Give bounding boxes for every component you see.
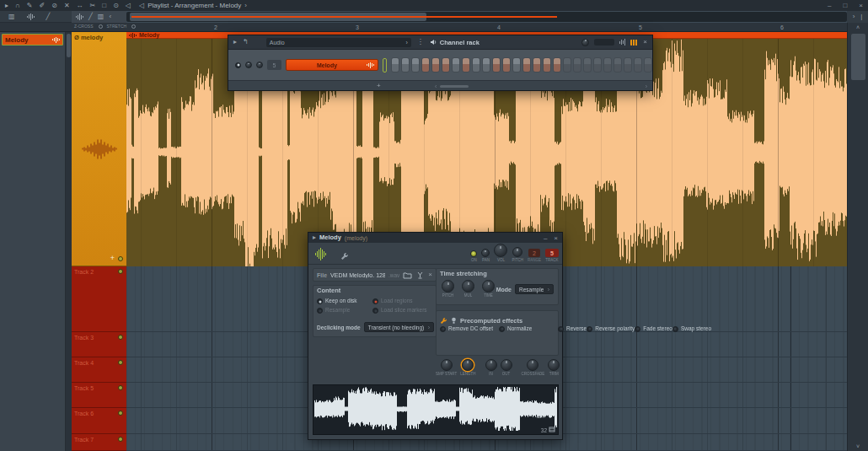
step-button[interactable] [452,57,460,72]
picker-scrollbar-handle[interactable] [67,34,71,57]
sampler-close-button[interactable]: × [554,234,558,242]
graph-editor-icon[interactable] [619,39,625,46]
sampler-menu-icon[interactable]: ▸ [313,234,316,241]
drag-handle-icon[interactable]: ⋮ [417,39,424,46]
content-option[interactable]: Keep on disk [317,297,372,306]
zcross-toggle[interactable] [99,24,103,29]
step-button[interactable] [482,57,490,72]
minimize-button[interactable]: – [828,2,831,9]
crossfade-knob[interactable] [527,359,538,371]
step-button[interactable] [624,57,632,72]
rack-scroll-left-icon[interactable]: ‹ [435,83,437,89]
smp-start-knob[interactable] [441,359,453,371]
open-folder-icon[interactable] [403,267,412,282]
pitch-range-value[interactable]: 2 [528,249,540,257]
radio-led[interactable] [372,308,378,314]
audio-tab-icon[interactable] [76,13,83,20]
step-button[interactable] [492,57,501,72]
track-header[interactable]: Track 5 [72,383,126,408]
sampler-minimize-button[interactable]: – [544,234,547,242]
step-button[interactable] [421,57,430,72]
automation-view-icon[interactable]: ╱ [46,13,51,20]
select-tool-icon[interactable]: □ [102,3,106,9]
rack-scrollbar[interactable]: ‹ › [435,83,647,89]
step-button[interactable] [644,57,652,72]
channel-group-select[interactable]: Audio › [266,38,411,47]
picker-item-melody[interactable]: Melody [2,34,63,46]
step-button[interactable] [411,57,420,72]
close-button[interactable]: × [859,2,863,9]
radio-led[interactable] [558,326,564,332]
precomputed-option[interactable]: Normalize [499,324,558,334]
track-header[interactable]: Track 2 [72,266,126,332]
picker-scrollbar[interactable] [66,32,72,451]
step-button[interactable] [401,57,410,72]
channel-pan-knob[interactable] [245,62,252,68]
step-button[interactable] [553,57,561,72]
channel-volume-knob[interactable] [256,62,263,68]
step-button[interactable] [472,57,480,72]
channel-enable-led[interactable] [235,62,241,68]
step-button[interactable] [442,57,450,72]
zoom-tool-icon[interactable]: ⊙ [113,3,119,9]
step-button[interactable] [583,57,592,72]
timeline-scrollbar[interactable] [126,12,847,22]
radio-led[interactable] [317,298,323,304]
snap-magnet-icon[interactable]: ∩ [15,3,20,9]
radio-led[interactable] [440,326,446,332]
draw-tool-icon[interactable]: ✎ [27,3,33,9]
step-button[interactable] [593,57,602,72]
trim-knob[interactable] [548,359,560,371]
radio-led[interactable] [587,326,592,332]
rack-scrollbar-handle[interactable] [440,85,469,88]
vertical-scrollbar[interactable]: ˄ ˅ [847,23,868,451]
precomputed-option[interactable]: Remove DC offset [440,324,499,334]
track-led[interactable] [118,335,123,340]
step-button[interactable] [603,57,612,72]
menu-arrow-icon[interactable]: ▸ [5,3,8,9]
clear-sample-icon[interactable]: × [428,271,432,278]
precomputed-option[interactable]: Reverse [558,324,587,334]
step-button[interactable] [462,57,470,72]
tab-sample-icon[interactable] [315,248,326,260]
maximize-button[interactable]: □ [843,2,847,9]
track-header[interactable]: Track 7 [72,434,126,451]
delete-tool-icon[interactable]: ⊘ [51,3,57,9]
scroll-left-icon[interactable]: ‹ [109,13,111,20]
sampler-titlebar[interactable]: ▸ Melody (melody) – × [308,233,562,243]
track-led[interactable] [118,385,123,390]
pencil-tab-icon[interactable]: ╱ [88,13,93,20]
content-option[interactable]: Resample [317,306,372,315]
radio-led[interactable] [672,326,678,332]
swing-knob[interactable] [581,39,589,46]
step-grid-icon[interactable] [630,40,638,46]
channel-button-melody[interactable]: Melody [286,59,378,71]
add-clip-icon[interactable]: + [110,255,115,262]
track-number-value[interactable]: 5 [545,249,559,257]
step-button[interactable] [502,57,511,72]
scroll-up-icon[interactable]: ˄ [856,23,860,32]
detach-icon[interactable]: ↰ [243,39,249,46]
mul-stretch-knob[interactable] [462,280,474,293]
piano-tab-icon[interactable]: ▥ [98,13,104,20]
precomputed-option[interactable]: Fade stereo [635,324,672,334]
playback-tool-icon[interactable]: ◁ [126,3,131,9]
time-stretch-knob[interactable] [482,280,495,293]
precomputed-option[interactable]: Reverse polarity [587,324,635,334]
rack-menu-icon[interactable]: ▸ [233,39,237,46]
length-knob[interactable] [462,359,474,371]
step-button[interactable] [533,57,541,72]
paint-tool-icon[interactable]: ✐ [39,3,45,9]
step-button[interactable] [634,57,642,72]
content-option[interactable]: Load slice markers [372,306,433,315]
track-mute-icon[interactable]: Ø [74,34,79,41]
radio-led[interactable] [499,326,505,332]
step-button[interactable] [522,57,531,72]
scroll-right-icon[interactable]: › [853,13,855,20]
step-button[interactable] [563,57,571,72]
volume-knob[interactable] [494,244,507,257]
track-header[interactable]: Track 6 [72,408,126,434]
pitch-knob[interactable] [512,247,522,257]
wave-view-icon[interactable] [27,13,35,20]
track-led[interactable] [118,256,123,261]
